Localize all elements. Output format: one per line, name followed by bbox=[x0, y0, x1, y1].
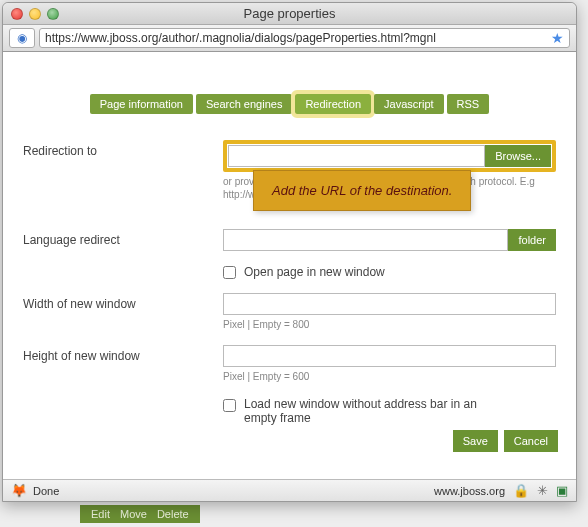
folder-button[interactable]: folder bbox=[508, 229, 556, 251]
open-new-window-label: Open page in new window bbox=[244, 265, 385, 279]
redirection-input[interactable] bbox=[228, 145, 485, 167]
tab-rss[interactable]: RSS bbox=[447, 94, 490, 114]
url-field[interactable]: https://www.jboss.org/author/.magnolia/d… bbox=[39, 28, 570, 48]
language-redirect-input[interactable] bbox=[223, 229, 508, 251]
label-redirection-to: Redirection to bbox=[23, 140, 223, 158]
annotation-callout: Add the URL of the destination. bbox=[253, 170, 471, 211]
address-bar: ◉ https://www.jboss.org/author/.magnolia… bbox=[3, 25, 576, 52]
dialog-actions: Save Cancel bbox=[453, 430, 558, 452]
background-editor-toolbar: Edit Move Delete bbox=[80, 505, 200, 523]
height-input[interactable] bbox=[223, 345, 556, 367]
label-width: Width of new window bbox=[23, 293, 223, 311]
bg-move-button[interactable]: Move bbox=[117, 508, 150, 520]
firefox-icon: 🦊 bbox=[11, 483, 27, 498]
label-language-redirect: Language redirect bbox=[23, 229, 223, 247]
globe-icon: ◉ bbox=[17, 31, 27, 45]
label-height: Height of new window bbox=[23, 345, 223, 363]
save-button[interactable]: Save bbox=[453, 430, 498, 452]
status-domain: www.jboss.org bbox=[434, 485, 505, 497]
tab-search-engines[interactable]: Search engines bbox=[196, 94, 292, 114]
height-hint: Pixel | Empty = 600 bbox=[223, 370, 556, 383]
extension-icon-1[interactable]: ✳ bbox=[537, 483, 548, 498]
tab-redirection[interactable]: Redirection bbox=[295, 94, 371, 114]
bookmark-star-icon[interactable]: ★ bbox=[551, 30, 564, 46]
annotation-text: Add the URL of the destination. bbox=[272, 183, 452, 198]
row-open-new-window: Open page in new window bbox=[23, 265, 556, 279]
tab-javascript[interactable]: Javascript bbox=[374, 94, 444, 114]
browse-button[interactable]: Browse... bbox=[485, 145, 551, 167]
titlebar: Page properties bbox=[3, 3, 576, 25]
row-redirection-to: Redirection to Browse... or provide exte… bbox=[23, 140, 556, 201]
status-text: Done bbox=[33, 485, 59, 497]
statusbar: 🦊 Done www.jboss.org 🔒 ✳ ▣ bbox=[3, 479, 576, 501]
row-no-addressbar: Load new window without address bar in a… bbox=[23, 397, 556, 425]
dialog-window: Page properties ◉ https://www.jboss.org/… bbox=[2, 2, 577, 502]
row-language-redirect: Language redirect folder bbox=[23, 229, 556, 251]
highlight-redirection-field: Browse... bbox=[223, 140, 556, 172]
cancel-button[interactable]: Cancel bbox=[504, 430, 558, 452]
row-height: Height of new window Pixel | Empty = 600 bbox=[23, 345, 556, 383]
bg-delete-button[interactable]: Delete bbox=[154, 508, 192, 520]
tab-strip: Page information Search engines Redirect… bbox=[3, 94, 576, 114]
width-hint: Pixel | Empty = 800 bbox=[223, 318, 556, 331]
width-input[interactable] bbox=[223, 293, 556, 315]
url-text: https://www.jboss.org/author/.magnolia/d… bbox=[45, 31, 547, 45]
open-new-window-checkbox[interactable] bbox=[223, 266, 236, 279]
tab-page-information[interactable]: Page information bbox=[90, 94, 193, 114]
favicon-box[interactable]: ◉ bbox=[9, 28, 35, 48]
lock-icon: 🔒 bbox=[513, 483, 529, 498]
form-area: Redirection to Browse... or provide exte… bbox=[3, 140, 576, 425]
no-addressbar-label: Load new window without address bar in a… bbox=[244, 397, 504, 425]
window-title: Page properties bbox=[3, 6, 576, 21]
bg-edit-button[interactable]: Edit bbox=[88, 508, 113, 520]
dialog-content: Page information Search engines Redirect… bbox=[3, 52, 576, 482]
extension-icon-2[interactable]: ▣ bbox=[556, 483, 568, 498]
row-width: Width of new window Pixel | Empty = 800 bbox=[23, 293, 556, 331]
no-addressbar-checkbox[interactable] bbox=[223, 399, 236, 412]
